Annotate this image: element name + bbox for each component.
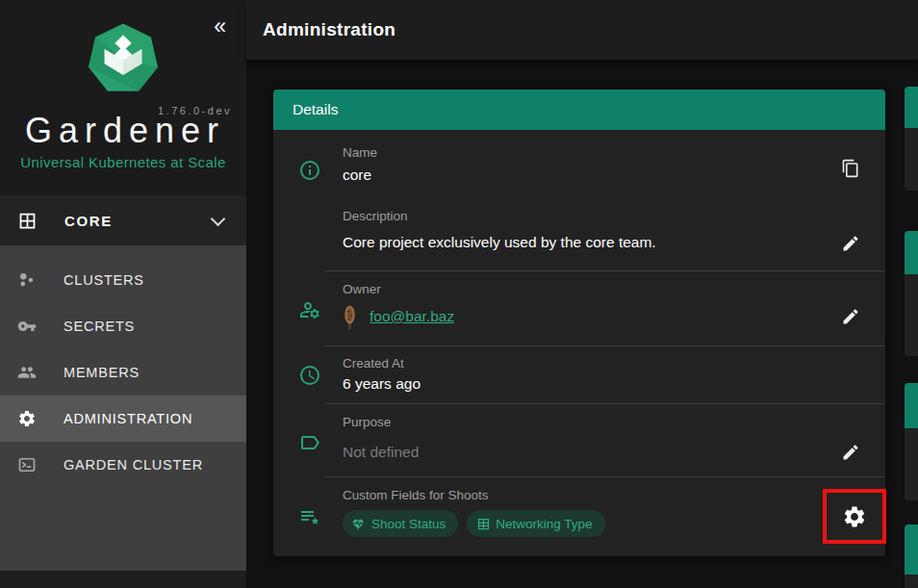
created-at-value: 6 years ago bbox=[343, 374, 885, 394]
group-icon bbox=[17, 363, 37, 382]
partial-card-header bbox=[905, 87, 918, 128]
edit-icon bbox=[841, 234, 860, 253]
copy-icon bbox=[841, 159, 860, 178]
purpose-row: Purpose Not defined bbox=[273, 404, 885, 477]
app-bar: Administration bbox=[246, 0, 918, 60]
custom-fields-row: Custom Fields for Shoots Shoot Status bbox=[273, 477, 885, 556]
partial-card-header bbox=[905, 231, 918, 274]
purpose-label: Purpose bbox=[343, 415, 885, 430]
partial-card-body bbox=[905, 128, 918, 191]
description-value: Core project exclusively used by the cor… bbox=[343, 233, 885, 252]
custom-fields-chips: Shoot Status Networking Type bbox=[343, 510, 885, 537]
list-star-icon bbox=[298, 505, 321, 528]
created-at-label: Created At bbox=[343, 356, 885, 371]
edit-description-button[interactable] bbox=[841, 232, 864, 255]
sidebar-item-label: SECRETS bbox=[64, 319, 135, 334]
details-card-header: Details bbox=[273, 89, 885, 130]
custom-fields-settings-button[interactable] bbox=[842, 504, 867, 529]
created-at-row: Created At 6 years ago bbox=[273, 346, 885, 404]
name-label: Name bbox=[343, 145, 885, 161]
partial-card-body bbox=[905, 575, 918, 588]
description-row: Description Core project exclusively use… bbox=[273, 197, 885, 271]
description-label: Description bbox=[343, 209, 885, 224]
gardener-logo bbox=[87, 21, 160, 97]
name-row: Name core bbox=[273, 130, 885, 197]
edit-icon bbox=[841, 443, 860, 462]
copy-name-button[interactable] bbox=[841, 157, 864, 180]
partial-card bbox=[905, 231, 918, 356]
sidebar: « 1.76.0-dev Gardener Universal Kubernet… bbox=[0, 0, 246, 588]
grid-view-icon bbox=[17, 211, 38, 231]
clock-icon bbox=[298, 364, 321, 387]
details-card: Details Name core bbox=[273, 89, 885, 556]
gardener-dashboard: « 1.76.0-dev Gardener Universal Kubernet… bbox=[0, 0, 918, 588]
project-selector[interactable]: CORE bbox=[0, 195, 246, 245]
owner-label: Owner bbox=[343, 282, 885, 297]
sidebar-item-members[interactable]: MEMBERS bbox=[0, 349, 246, 396]
heart-pulse-icon bbox=[352, 517, 367, 531]
sidebar-item-label: CLUSTERS bbox=[64, 272, 144, 288]
info-icon bbox=[298, 159, 321, 182]
scatter-plot-icon bbox=[17, 270, 37, 290]
sidebar-footer bbox=[0, 571, 246, 588]
partial-card-header bbox=[905, 383, 918, 428]
settings-gear-icon bbox=[842, 504, 867, 529]
name-value: core bbox=[343, 166, 885, 185]
page-title: Administration bbox=[263, 19, 395, 40]
sidebar-item-secrets[interactable]: SECRETS bbox=[0, 303, 246, 349]
details-card-body: Name core Description Core project exclu… bbox=[273, 130, 885, 556]
partial-card-body bbox=[905, 274, 918, 356]
edit-purpose-button[interactable] bbox=[841, 441, 864, 464]
chip-label: Shoot Status bbox=[371, 517, 446, 531]
owner-value-line: foo@bar.baz bbox=[343, 303, 885, 330]
sidebar-item-clusters[interactable]: CLUSTERS bbox=[0, 257, 246, 303]
sidebar-header: « 1.76.0-dev Gardener Universal Kubernet… bbox=[0, 0, 246, 195]
edit-owner-button[interactable] bbox=[841, 305, 864, 328]
partial-card bbox=[905, 524, 918, 588]
sidebar-item-administration[interactable]: ADMINISTRATION bbox=[0, 396, 246, 442]
gear-icon bbox=[17, 409, 37, 428]
owner-row: Owner foo@bar.baz bbox=[273, 271, 885, 346]
owner-email-link[interactable]: foo@bar.baz bbox=[370, 308, 454, 325]
sidebar-item-label: MEMBERS bbox=[64, 365, 140, 380]
details-card-title: Details bbox=[293, 101, 338, 118]
label-icon bbox=[298, 431, 321, 454]
sidebar-menu: CLUSTERS SECRETS MEMBERS ADMINISTRATION bbox=[0, 245, 246, 571]
custom-fields-label: Custom Fields for Shoots bbox=[343, 488, 885, 503]
collapse-sidebar-icon[interactable]: « bbox=[214, 15, 226, 38]
partial-card bbox=[905, 383, 918, 500]
manage-accounts-icon bbox=[298, 298, 321, 321]
chip-shoot-status: Shoot Status bbox=[343, 510, 458, 537]
table-grid-icon bbox=[476, 517, 491, 531]
partial-card-header bbox=[905, 524, 918, 575]
chip-label: Networking Type bbox=[496, 517, 592, 531]
edit-icon bbox=[841, 307, 860, 326]
key-icon bbox=[17, 317, 37, 336]
sidebar-item-label: GARDEN CLUSTER bbox=[64, 457, 203, 473]
purpose-value: Not defined bbox=[343, 443, 885, 462]
partial-card bbox=[905, 87, 918, 191]
sidebar-item-garden-cluster[interactable]: GARDEN CLUSTER bbox=[0, 442, 246, 488]
chip-networking-type: Networking Type bbox=[467, 510, 604, 537]
brand-wordmark: Gardener bbox=[0, 111, 246, 151]
click-target-highlight bbox=[823, 489, 886, 544]
owner-avatar bbox=[343, 303, 357, 330]
project-selector-label: CORE bbox=[64, 213, 113, 229]
sidebar-item-label: ADMINISTRATION bbox=[64, 411, 192, 426]
brand-tagline: Universal Kubernetes at Scale bbox=[0, 154, 246, 170]
partial-card-body bbox=[905, 428, 918, 500]
chevron-down-icon bbox=[211, 211, 226, 226]
main-area: Administration Details Name core bbox=[246, 0, 918, 588]
terminal-icon bbox=[17, 455, 37, 474]
